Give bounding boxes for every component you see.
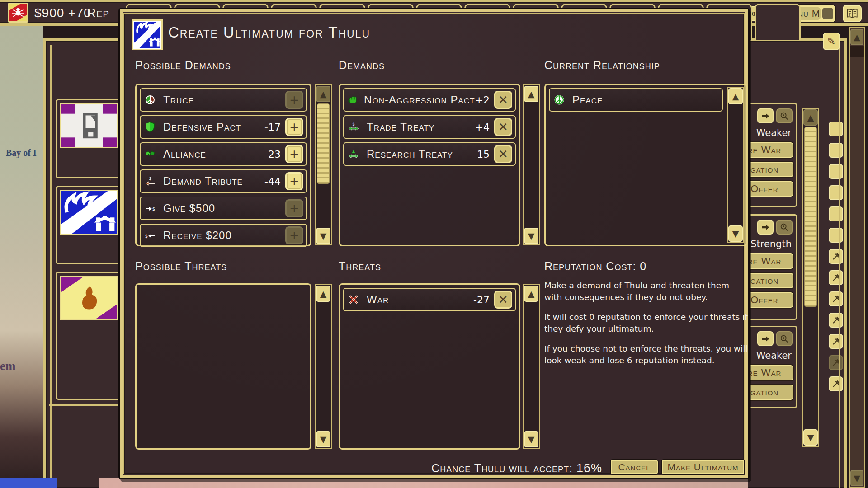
svg-text:$: $ [152, 206, 155, 211]
add-demand-button[interactable]: + [285, 118, 303, 136]
nation-flag-thulu[interactable] [60, 190, 118, 235]
nation-flag-purple-white[interactable] [60, 103, 118, 148]
window-tab[interactable] [755, 4, 801, 40]
tool-button[interactable] [829, 228, 843, 243]
demands-list: Non-Aggression Pact +2 ✕ $ Trade Treaty … [339, 84, 520, 246]
reputation-paragraph: If you choose not to enforce the threats… [544, 343, 749, 366]
demand-row[interactable]: Truce + [140, 88, 307, 112]
inspect-nation-button[interactable] [776, 220, 793, 235]
magnifier-icon [779, 334, 789, 344]
relationship-scrollbar[interactable] [727, 87, 744, 243]
demand-row[interactable]: Alliance -23 + [140, 142, 307, 166]
demand-row[interactable]: Non-Aggression Pact +2 ✕ [343, 88, 516, 112]
pin-button[interactable] [829, 313, 843, 328]
world-map[interactable]: Bay of I em [0, 25, 43, 488]
map-edge [99, 478, 748, 488]
map-scrollbar[interactable] [849, 27, 865, 488]
goto-nation-button[interactable] [757, 108, 774, 123]
game-screen: Bay of I em [0, 0, 868, 488]
pin-icon [831, 337, 840, 346]
scroll-down-button[interactable] [316, 431, 330, 447]
scroll-up-button[interactable] [728, 88, 743, 104]
tool-button[interactable] [829, 122, 843, 136]
scroll-up-button[interactable] [850, 29, 863, 45]
scrollbar-thumb[interactable] [804, 127, 817, 307]
arrow-right-icon [760, 222, 770, 232]
pin-button[interactable] [829, 355, 843, 370]
cancel-button[interactable]: Cancel [611, 460, 658, 474]
demand-row[interactable]: Research Treaty -15 ✕ [343, 142, 516, 166]
demand-row[interactable]: $ Trade Treaty +4 ✕ [343, 115, 516, 139]
player-flag-icon[interactable] [8, 3, 28, 23]
nation-panel[interactable] [56, 186, 123, 264]
reputation-description: Make a demand of Thulu and threaten them… [544, 280, 749, 375]
nation-panel[interactable] [56, 99, 123, 178]
threats-scrollbar[interactable] [523, 284, 540, 449]
possible-threats-scrollbar[interactable] [315, 284, 332, 449]
pin-button[interactable] [829, 249, 843, 264]
nation-flag-yellow-purple[interactable] [60, 276, 118, 320]
goto-nation-button[interactable] [757, 331, 774, 346]
pin-icon [831, 273, 840, 282]
demand-row[interactable]: Defensive Pact -17 + [140, 115, 307, 139]
possible-demands-list: Truce + Defensive Pact -17 + Alliance -2… [135, 84, 311, 246]
accept-chance: Chance Thulu will accept: 16% [376, 461, 602, 475]
svg-text:?: ? [849, 13, 850, 17]
make-ultimatum-button[interactable]: Make Ultimatum [662, 460, 744, 474]
goto-nation-button[interactable] [757, 220, 774, 235]
inspect-nation-button[interactable] [776, 108, 793, 123]
tool-button[interactable] [829, 143, 843, 158]
remove-button[interactable]: ✕ [494, 91, 512, 109]
add-demand-button[interactable]: + [285, 145, 303, 163]
scroll-down-button[interactable] [850, 470, 863, 486]
tool-button[interactable] [829, 206, 843, 221]
manual-button[interactable]: ? [843, 5, 862, 22]
remove-button[interactable]: ✕ [494, 145, 512, 163]
relationship-row[interactable]: Peace [549, 88, 723, 112]
scroll-down-button[interactable] [524, 228, 538, 244]
scroll-up-button[interactable] [803, 109, 818, 126]
scroll-down-button[interactable] [803, 429, 818, 446]
menu-button-end [822, 8, 833, 19]
add-demand-button[interactable]: + [285, 91, 303, 109]
scroll-down-button[interactable] [524, 431, 538, 447]
scroll-up-button[interactable] [316, 86, 330, 102]
pin-button[interactable] [829, 270, 843, 285]
peace-icon [552, 94, 566, 105]
scrollbar-thumb[interactable] [317, 103, 330, 184]
nation-panel[interactable] [56, 272, 123, 400]
possible-demands-scrollbar[interactable] [315, 84, 332, 245]
inspect-nation-button[interactable] [776, 331, 793, 346]
add-demand-button[interactable]: + [285, 226, 303, 244]
pin-button[interactable] [829, 291, 843, 306]
demand-row[interactable]: $ Demand Tribute -44 + [140, 169, 307, 193]
add-demand-button[interactable]: + [285, 199, 303, 217]
player-money: $900 +70 [34, 6, 91, 20]
scroll-up-button[interactable] [524, 86, 538, 102]
reputation-cost-header: Reputation Cost: 0 [544, 260, 646, 273]
scroll-down-button[interactable] [316, 228, 330, 244]
add-demand-button[interactable]: + [285, 172, 303, 190]
current-relationship-list: Peace [544, 84, 748, 246]
diplomacy-scrollbar[interactable] [802, 108, 819, 447]
demand-row[interactable]: $ Receive $200 + [140, 224, 307, 247]
give-money-icon: $ [143, 203, 157, 214]
demands-scrollbar[interactable] [523, 84, 540, 245]
tool-button[interactable] [829, 185, 843, 200]
scroll-up-button[interactable] [316, 286, 330, 302]
demand-row[interactable]: $ Give $500 + [140, 197, 307, 220]
reputation-paragraph: Make a demand of Thulu and threaten them… [544, 280, 749, 303]
remove-button[interactable]: ✕ [494, 291, 512, 309]
pin-button[interactable] [829, 334, 843, 349]
pin-button[interactable] [829, 376, 843, 391]
pin-icon [831, 295, 840, 304]
edit-button[interactable] [823, 33, 840, 50]
reputation-label: Rep [87, 6, 109, 20]
remove-button[interactable]: ✕ [494, 118, 512, 136]
tool-button[interactable] [829, 164, 843, 179]
research-treaty-icon [347, 149, 360, 160]
scroll-up-button[interactable] [524, 286, 538, 302]
scroll-down-button[interactable] [728, 225, 743, 242]
threat-row[interactable]: War -27 ✕ [343, 288, 516, 311]
window-divider [49, 404, 123, 406]
